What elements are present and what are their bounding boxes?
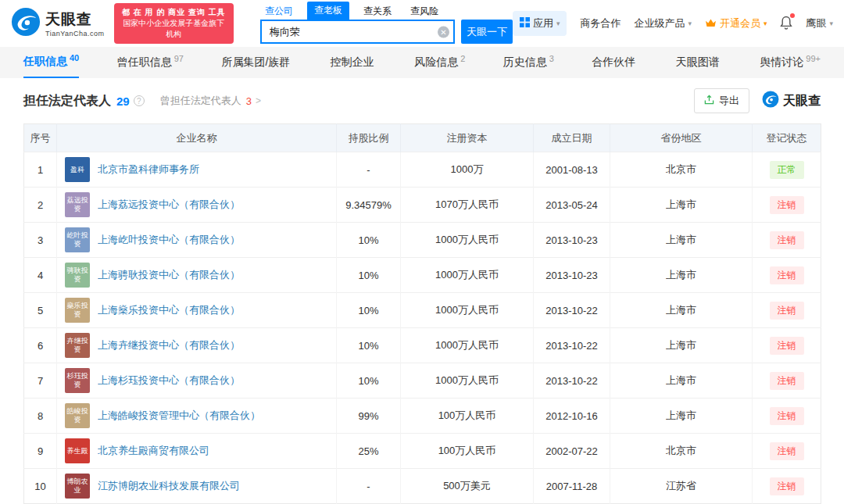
row-index: 2	[24, 188, 57, 223]
nav-tab[interactable]: 合作伙伴	[592, 47, 638, 78]
nav-tab[interactable]: 风险信息 2	[414, 47, 465, 78]
column-header: 企业名称	[57, 124, 337, 152]
search-tab[interactable]: 查老板	[307, 2, 349, 20]
nav-tab-label: 历史信息	[503, 55, 547, 70]
company-logo: 博朗农业	[65, 474, 90, 499]
row-index: 7	[24, 363, 57, 399]
table-row: 6 卉继投资 上海卉继投资中心（有限合伙） 10% 1000万人民币 2013-…	[24, 328, 821, 363]
promo-line1: 都 在 用 的 商业 查询 工具	[120, 7, 228, 18]
company-link[interactable]: 上海燊乐投资中心（有限合伙）	[98, 303, 240, 317]
nav-tab-label: 风险信息	[414, 55, 458, 70]
company-link[interactable]: 上海皓峻投资管理中心（有限合伙）	[98, 409, 260, 423]
search-tab[interactable]: 查公司	[260, 3, 298, 20]
vip-menu[interactable]: 开通会员 ▾	[705, 16, 767, 30]
company-link[interactable]: 上海屹叶投资中心（有限合伙）	[98, 233, 240, 247]
nav-tab[interactable]: 天眼图谱	[676, 47, 722, 78]
registered-capital: 1000万人民币	[401, 293, 534, 328]
table-header-row: 序号企业名称持股比例注册资本成立日期省份地区登记状态	[24, 124, 821, 152]
company-link[interactable]: 上海杉珏投资中心（有限合伙）	[98, 374, 240, 388]
company-link[interactable]: 上海骋耿投资中心（有限合伙）	[98, 268, 240, 282]
table-row: 2 荔远投资 上海荔远投资中心（有限合伙） 9.34579% 1070万人民币 …	[24, 188, 821, 223]
establish-date: 2013-10-22	[534, 293, 610, 328]
nav-tab[interactable]: 所属集团/族群	[221, 47, 292, 78]
former-legal-rep-link[interactable]: 曾担任法定代表人 3 >	[160, 94, 261, 108]
table-row: 5 燊乐投资 上海燊乐投资中心（有限合伙） 10% 1000万人民币 2013-…	[24, 293, 821, 328]
row-index: 5	[24, 293, 57, 328]
table-row: 7 杉珏投资 上海杉珏投资中心（有限合伙） 10% 1000万人民币 2013-…	[24, 363, 821, 399]
top-right-menu: 应用 ▾ 商务合作 企业级产品 ▾ 开通会员 ▾ 鹰眼 ▾	[513, 11, 833, 36]
province-region: 北京市	[610, 434, 753, 469]
business-cooperation-menu[interactable]: 商务合作	[580, 16, 620, 30]
company-link[interactable]: 北京养生殿商贸有限公司	[98, 444, 209, 458]
apps-menu[interactable]: 应用 ▾	[513, 11, 567, 36]
nav-tab[interactable]: 控制企业	[331, 47, 377, 78]
nav-tab[interactable]: 曾任职信息 97	[117, 47, 184, 78]
company-link[interactable]: 上海荔远投资中心（有限合伙）	[98, 198, 240, 212]
company-link[interactable]: 北京市盈科律师事务所	[98, 163, 199, 177]
company-link[interactable]: 江苏博朗农业科技发展有限公司	[98, 479, 240, 493]
chevron-right-icon: >	[256, 95, 261, 106]
profile-nav-tabs: 任职信息 40 曾任职信息 97 所属集团/族群 控制企业 风险信息 2 历史信…	[0, 47, 844, 78]
vip-label: 开通会员	[720, 16, 760, 30]
nav-tab[interactable]: 任职信息 40	[23, 47, 79, 78]
status-badge: 注销	[770, 302, 804, 320]
chevron-down-icon: ▾	[688, 20, 692, 27]
row-index: 10	[24, 469, 57, 504]
row-index: 3	[24, 223, 57, 258]
province-region: 江苏省	[610, 469, 753, 504]
search-button[interactable]: 天眼一下	[461, 20, 513, 44]
shareholding-ratio: 9.34579%	[337, 188, 401, 223]
nav-tab-label: 舆情讨论	[760, 55, 803, 70]
shareholding-ratio: 10%	[337, 328, 401, 363]
registered-capital: 1070万人民币	[401, 188, 534, 223]
table-row: 10 博朗农业 江苏博朗农业科技发展有限公司 - 500万美元 2007-11-…	[24, 469, 821, 504]
status-badge: 注销	[770, 477, 804, 495]
company-logo: 卉继投资	[65, 333, 90, 358]
status-badge: 注销	[770, 372, 804, 390]
column-header: 注册资本	[401, 124, 534, 152]
establish-date: 2012-10-16	[534, 399, 610, 434]
registered-capital: 500万美元	[401, 469, 534, 504]
apps-label: 应用	[533, 16, 553, 30]
shareholding-ratio: 99%	[337, 399, 401, 434]
company-link[interactable]: 上海卉继投资中心（有限合伙）	[98, 338, 240, 352]
company-logo: 皓峻投资	[65, 403, 90, 428]
column-header: 序号	[24, 124, 57, 152]
clear-icon[interactable]: ✕	[438, 26, 449, 38]
search-input[interactable]	[260, 20, 455, 44]
row-index: 4	[24, 258, 57, 293]
grid-icon	[520, 17, 530, 30]
former-legal-rep-count: 3	[246, 95, 252, 107]
company-logo: 养生殿	[65, 438, 90, 463]
status-badge: 注销	[770, 442, 804, 460]
row-index: 1	[24, 152, 57, 188]
export-label: 导出	[719, 94, 739, 108]
help-icon[interactable]: ?	[134, 95, 145, 106]
tianyancha-logo[interactable]: 天眼查 TianYanCha.com	[11, 7, 105, 40]
top-header: 天眼查 TianYanCha.com 都 在 用 的 商业 查询 工具 国家中小…	[0, 0, 844, 47]
eagle-eye-menu[interactable]: 鹰眼 ▾	[806, 16, 833, 30]
company-logo: 荔远投资	[65, 192, 90, 217]
establish-date: 2007-11-28	[534, 469, 610, 504]
shareholding-ratio: 10%	[337, 223, 401, 258]
promo-line2: 国家中小企业发展子基金旗下机构	[120, 18, 228, 40]
notification-dot	[790, 13, 795, 18]
enterprise-products-menu[interactable]: 企业级产品 ▾	[634, 16, 692, 30]
row-index: 6	[24, 328, 57, 363]
registered-capital: 100万人民币	[401, 399, 534, 434]
export-button[interactable]: 导出	[694, 88, 749, 113]
search-tab[interactable]: 查关系	[359, 3, 396, 20]
enterprise-label: 企业级产品	[634, 16, 685, 30]
nav-tab[interactable]: 历史信息 3	[503, 47, 554, 78]
establish-date: 2001-08-13	[534, 152, 610, 188]
search-tab[interactable]: 查风险	[406, 3, 443, 20]
notifications-bell[interactable]	[780, 16, 792, 32]
crown-icon	[705, 18, 717, 30]
registered-capital: 1000万	[401, 152, 534, 188]
province-region: 上海市	[610, 258, 753, 293]
table-row: 4 骋耿投资 上海骋耿投资中心（有限合伙） 10% 1000万人民币 2013-…	[24, 258, 821, 293]
nav-tab[interactable]: 舆情讨论 99+	[760, 47, 821, 78]
main-content: 担任法定代表人 29 ? 曾担任法定代表人 3 > 导出	[0, 78, 844, 504]
search-area: 查公司 查老板 查关系 查风险 ✕ 天眼一下	[260, 3, 513, 44]
company-logo: 屹叶投资	[65, 227, 90, 252]
